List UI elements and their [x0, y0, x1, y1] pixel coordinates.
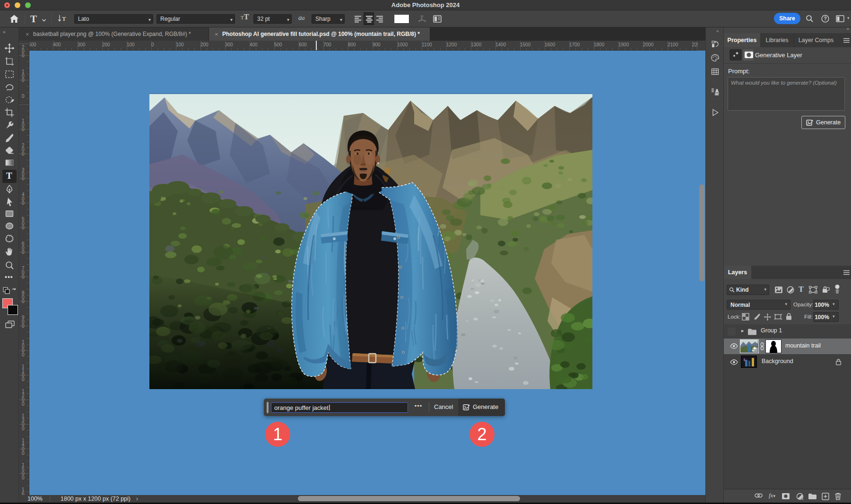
svg-text:T: T	[62, 15, 66, 22]
svg-text:?: ?	[824, 16, 827, 21]
svg-text:T: T	[420, 14, 424, 21]
